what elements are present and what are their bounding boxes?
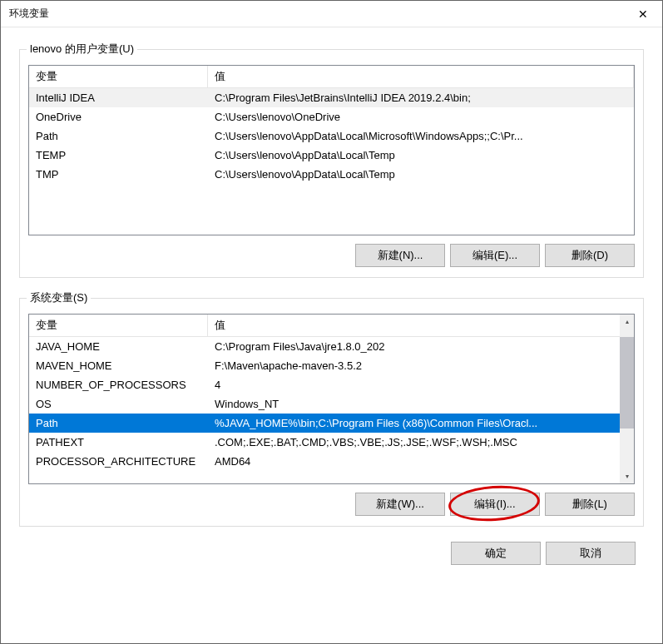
column-header-value[interactable]: 值: [208, 315, 634, 336]
system-buttons-row: 新建(W)... 编辑(I)... 删除(L): [28, 493, 635, 516]
scroll-thumb[interactable]: [620, 337, 634, 429]
variable-name-cell: OS: [29, 397, 208, 411]
variable-value-cell: F:\Maven\apache-maven-3.5.2: [208, 359, 620, 373]
system-delete-button[interactable]: 删除(L): [545, 493, 635, 516]
system-variables-list[interactable]: 变量 值 JAVA_HOMEC:\Program Files\Java\jre1…: [28, 314, 635, 484]
variable-value-cell: C:\Users\lenovo\AppData\Local\Temp: [208, 148, 634, 162]
dialog-content: lenovo 的用户变量(U) 变量 值 IntelliJ IDEAC:\Pro…: [1, 27, 662, 643]
variable-name-cell: OneDrive: [29, 110, 208, 124]
cancel-button[interactable]: 取消: [546, 542, 636, 565]
variable-name-cell: TMP: [29, 167, 208, 181]
table-row[interactable]: PATHEXT.COM;.EXE;.BAT;.CMD;.VBS;.VBE;.JS…: [29, 433, 620, 452]
table-row[interactable]: TMPC:\Users\lenovo\AppData\Local\Temp: [29, 165, 634, 184]
table-row[interactable]: OneDriveC:\Users\lenovo\OneDrive: [29, 107, 634, 126]
user-variables-group: lenovo 的用户变量(U) 变量 值 IntelliJ IDEAC:\Pro…: [19, 49, 644, 278]
user-edit-button[interactable]: 编辑(E)...: [450, 244, 540, 267]
variable-value-cell: C:\Program Files\JetBrains\IntelliJ IDEA…: [208, 91, 634, 105]
vertical-scrollbar[interactable]: ▴ ▾: [620, 315, 634, 483]
scroll-up-icon[interactable]: ▴: [620, 315, 634, 329]
ok-button[interactable]: 确定: [451, 542, 541, 565]
system-new-button[interactable]: 新建(W)...: [355, 493, 445, 516]
variable-value-cell: 4: [208, 378, 620, 392]
close-button[interactable]: ✕: [624, 1, 662, 27]
variable-name-cell: MAVEN_HOME: [29, 359, 208, 373]
variable-name-cell: PROCESSOR_ARCHITECTURE: [29, 454, 208, 468]
variable-name-cell: NUMBER_OF_PROCESSORS: [29, 378, 208, 392]
table-row[interactable]: Path%JAVA_HOME%\bin;C:\Program Files (x8…: [29, 414, 620, 433]
variable-name-cell: IntelliJ IDEA: [29, 91, 208, 105]
user-variables-list[interactable]: 变量 值 IntelliJ IDEAC:\Program Files\JetBr…: [28, 65, 635, 235]
variable-value-cell: C:\Program Files\Java\jre1.8.0_202: [208, 339, 620, 354]
variable-value-cell: C:\Users\lenovo\AppData\Local\Microsoft\…: [208, 129, 634, 143]
variable-name-cell: Path: [29, 129, 208, 143]
list-header: 变量 值: [29, 66, 634, 88]
table-row[interactable]: IntelliJ IDEAC:\Program Files\JetBrains\…: [29, 88, 634, 107]
variable-name-cell: Path: [29, 416, 208, 430]
variable-name-cell: TEMP: [29, 148, 208, 162]
column-header-variable[interactable]: 变量: [29, 315, 208, 336]
variable-value-cell: .COM;.EXE;.BAT;.CMD;.VBS;.VBE;.JS;.JSE;.…: [208, 435, 620, 449]
table-row[interactable]: MAVEN_HOMEF:\Maven\apache-maven-3.5.2: [29, 356, 620, 375]
environment-variables-dialog: 环境变量 ✕ lenovo 的用户变量(U) 变量 值 IntelliJ IDE…: [0, 0, 663, 644]
system-edit-button[interactable]: 编辑(I)...: [450, 493, 540, 516]
list-header: 变量 值: [29, 315, 634, 337]
variable-name-cell: JAVA_HOME: [29, 339, 208, 354]
table-row[interactable]: PathC:\Users\lenovo\AppData\Local\Micros…: [29, 126, 634, 146]
variable-value-cell: C:\Users\lenovo\AppData\Local\Temp: [208, 167, 634, 181]
table-row[interactable]: PROCESSOR_ARCHITECTUREAMD64: [29, 452, 620, 471]
user-variables-label: lenovo 的用户变量(U): [27, 42, 137, 57]
table-row[interactable]: OSWindows_NT: [29, 394, 620, 414]
variable-name-cell: PATHEXT: [29, 435, 208, 449]
window-title: 环境变量: [9, 7, 49, 21]
titlebar: 环境变量 ✕: [1, 1, 662, 27]
variable-value-cell: %JAVA_HOME%\bin;C:\Program Files (x86)\C…: [208, 416, 620, 430]
table-row[interactable]: TEMPC:\Users\lenovo\AppData\Local\Temp: [29, 146, 634, 165]
scroll-down-icon[interactable]: ▾: [620, 469, 634, 483]
variable-value-cell: AMD64: [208, 454, 620, 468]
system-variables-group: 系统变量(S) 变量 值 JAVA_HOMEC:\Program Files\J…: [19, 298, 644, 527]
dialog-buttons-row: 确定 取消: [19, 542, 644, 565]
variable-value-cell: Windows_NT: [208, 397, 620, 411]
table-row[interactable]: NUMBER_OF_PROCESSORS4: [29, 375, 620, 394]
close-icon: ✕: [638, 7, 648, 21]
user-delete-button[interactable]: 删除(D): [545, 244, 635, 267]
system-variables-label: 系统变量(S): [27, 290, 91, 305]
table-row[interactable]: JAVA_HOMEC:\Program Files\Java\jre1.8.0_…: [29, 337, 620, 356]
user-buttons-row: 新建(N)... 编辑(E)... 删除(D): [28, 244, 635, 267]
column-header-variable[interactable]: 变量: [29, 66, 208, 87]
column-header-value[interactable]: 值: [208, 66, 634, 87]
variable-value-cell: C:\Users\lenovo\OneDrive: [208, 110, 634, 124]
user-new-button[interactable]: 新建(N)...: [355, 244, 445, 267]
